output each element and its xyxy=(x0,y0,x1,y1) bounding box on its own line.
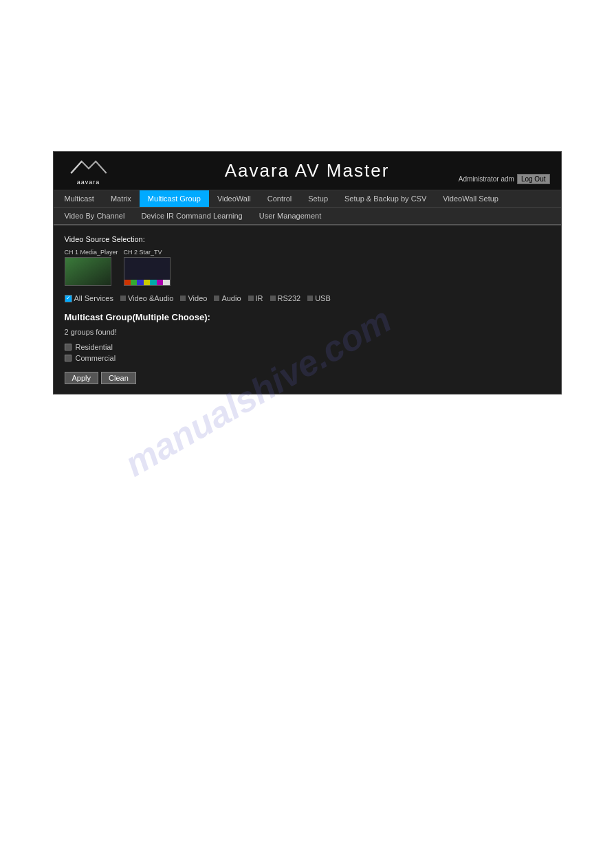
video-source-ch1[interactable]: CH 1 Media_Player xyxy=(65,249,118,286)
video-audio-label: Video &Audio xyxy=(128,294,173,302)
nav-control[interactable]: Control xyxy=(259,190,300,207)
commercial-label: Commercial xyxy=(76,354,116,362)
service-audio[interactable]: Audio xyxy=(214,294,241,302)
cb-white xyxy=(163,280,169,285)
service-video-audio[interactable]: Video &Audio xyxy=(120,294,173,302)
audio-label: Audio xyxy=(221,294,241,302)
nav-multicast-group[interactable]: Multicast Group xyxy=(140,190,209,207)
action-buttons: Apply Clean xyxy=(65,372,550,384)
residential-checkbox[interactable] xyxy=(65,344,72,350)
rs232-label: RS232 xyxy=(278,294,301,302)
cb-yellow xyxy=(144,280,150,285)
clean-button[interactable]: Clean xyxy=(101,372,136,384)
cb-red xyxy=(124,280,131,285)
cb-blue xyxy=(137,280,143,285)
cb-green xyxy=(131,280,137,285)
service-all-services[interactable]: ✓ All Services xyxy=(65,294,113,302)
colorbar xyxy=(124,280,170,285)
nav-device-ir-command-learning[interactable]: Device IR Command Learning xyxy=(133,208,250,224)
audio-dot xyxy=(214,296,219,301)
app-container: aavara Aavara AV Master Administrator ad… xyxy=(53,151,562,394)
ch1-thumbnail xyxy=(65,257,111,286)
video-sources: CH 1 Media_Player xyxy=(65,249,550,286)
header: aavara Aavara AV Master Administrator ad… xyxy=(54,152,561,190)
nav-row2: Video By Channel Device IR Command Learn… xyxy=(54,208,561,225)
ch2-thumbnail xyxy=(124,257,171,286)
usb-dot xyxy=(307,296,313,301)
rs232-dot xyxy=(270,296,276,301)
commercial-checkbox[interactable] xyxy=(65,355,72,361)
video-source-label: Video Source Selection: xyxy=(65,235,550,243)
logo-text: aavara xyxy=(77,179,100,186)
usb-label: USB xyxy=(315,294,331,302)
nav-setup[interactable]: Setup xyxy=(300,190,336,207)
ir-label: IR xyxy=(256,294,263,302)
service-ir[interactable]: IR xyxy=(248,294,263,302)
video-source-ch2[interactable]: CH 2 Star_TV xyxy=(124,249,171,286)
ch1-label: CH 1 Media_Player xyxy=(65,249,118,256)
groups-found: 2 groups found! xyxy=(65,328,550,336)
nav-row1: Multicast Matrix Multicast Group VideoWa… xyxy=(54,190,561,208)
group-residential[interactable]: Residential xyxy=(65,343,550,351)
user-label: Administrator adm xyxy=(459,175,514,183)
svg-rect-1 xyxy=(65,258,111,286)
cb-magenta xyxy=(157,280,163,285)
cb-cyan xyxy=(150,280,156,285)
app-title: Aavara AV Master xyxy=(225,160,390,181)
logo-area: aavara xyxy=(65,157,113,186)
logout-button[interactable]: Log Out xyxy=(517,174,550,184)
service-rs232[interactable]: RS232 xyxy=(270,294,301,302)
service-video[interactable]: Video xyxy=(180,294,207,302)
nav-video-by-channel[interactable]: Video By Channel xyxy=(56,208,133,224)
user-info: Administrator adm Log Out xyxy=(459,174,550,184)
video-audio-dot xyxy=(120,296,126,301)
main-content: Video Source Selection: CH 1 Media_Playe… xyxy=(54,225,561,394)
nav-setup-backup-csv[interactable]: Setup & Backup by CSV xyxy=(336,190,435,207)
nav-videowall[interactable]: VideoWall xyxy=(209,190,259,207)
check-mark: ✓ xyxy=(66,296,71,301)
residential-label: Residential xyxy=(76,343,113,351)
multicast-heading: Multicast Group(Multiple Choose): xyxy=(65,312,550,322)
service-usb[interactable]: USB xyxy=(307,294,331,302)
nav-matrix[interactable]: Matrix xyxy=(102,190,140,207)
apply-button[interactable]: Apply xyxy=(65,372,99,384)
logo-icon xyxy=(65,157,113,177)
all-services-checkbox[interactable]: ✓ xyxy=(65,295,72,302)
video-dot xyxy=(180,296,186,301)
services-row: ✓ All Services Video &Audio Video xyxy=(65,294,550,302)
ir-dot xyxy=(248,296,254,301)
group-commercial[interactable]: Commercial xyxy=(65,354,550,362)
all-services-label: All Services xyxy=(74,294,113,302)
nav-user-management[interactable]: User Management xyxy=(251,208,330,224)
nav-videowall-setup[interactable]: VideoWall Setup xyxy=(435,190,507,207)
video-label: Video xyxy=(188,294,207,302)
ch2-label: CH 2 Star_TV xyxy=(124,249,162,256)
nav-multicast[interactable]: Multicast xyxy=(56,190,102,207)
